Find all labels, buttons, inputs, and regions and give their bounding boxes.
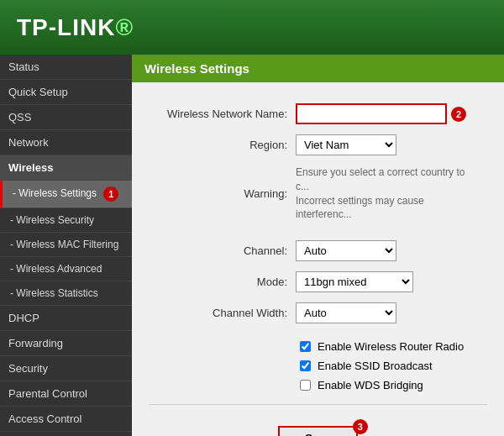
channel-width-label: Channel Width: [149, 307, 296, 319]
sidebar-item-wireless-statistics[interactable]: - Wireless Statistics [0, 281, 132, 306]
separator [149, 404, 487, 405]
sidebar-item-dhcp[interactable]: DHCP [0, 306, 132, 331]
mode-label: Mode: [149, 276, 296, 288]
sidebar-item-advanced-routing[interactable]: Advanced Routing [0, 432, 132, 436]
input-badge: 2 [451, 107, 466, 122]
sidebar-item-quick-setup[interactable]: Quick Setup [0, 80, 132, 105]
sidebar-item-wireless-settings[interactable]: - Wireless Settings 1 [0, 181, 132, 208]
enable-wds-checkbox[interactable] [300, 380, 311, 391]
sidebar-item-network[interactable]: Network [0, 130, 132, 155]
sidebar: Status Quick Setup QSS Network Wireless … [0, 55, 132, 436]
channel-width-row: Channel Width: Auto [149, 302, 487, 323]
sidebar-item-status[interactable]: Status [0, 55, 132, 80]
checkbox-row-2: Enable SSID Broadcast [300, 360, 487, 372]
mode-row: Mode: 11bgn mixed [149, 271, 487, 292]
save-button[interactable]: Save [278, 426, 357, 436]
sidebar-item-forwarding[interactable]: Forwarding [0, 331, 132, 356]
sidebar-item-wireless-mac[interactable]: - Wireless MAC Filtering [0, 233, 132, 257]
channel-width-select[interactable]: Auto [296, 302, 396, 323]
sidebar-item-qss[interactable]: QSS [0, 105, 132, 130]
channel-label: Channel: [149, 244, 296, 257]
warning-row: Warning: Ensure you select a correct cou… [149, 165, 487, 222]
channel-select[interactable]: Auto [296, 240, 396, 261]
logo: TP-LINK® [17, 14, 134, 41]
sidebar-item-wireless-security[interactable]: - Wireless Security [0, 208, 132, 233]
save-area: Save 3 [149, 418, 487, 436]
enable-wds-label: Enable WDS Bridging [318, 379, 423, 391]
main-layout: Status Quick Setup QSS Network Wireless … [0, 55, 504, 436]
region-row: Region: Viet Nam [149, 134, 487, 155]
sidebar-item-wireless-advanced[interactable]: - Wireless Advanced [0, 257, 132, 281]
content-area: Wireless Settings Wireless Network Name:… [132, 55, 504, 436]
region-label: Region: [149, 139, 296, 151]
enable-ssid-label: Enable SSID Broadcast [318, 360, 433, 372]
sidebar-badge: 1 [103, 186, 118, 202]
enable-ssid-checkbox[interactable] [300, 360, 311, 371]
save-badge: 3 [353, 419, 368, 434]
content-title: Wireless Settings [132, 55, 504, 82]
region-select[interactable]: Viet Nam [296, 134, 396, 155]
form-area: Wireless Network Name: 2 Region: Viet Na… [132, 95, 504, 436]
sidebar-item-security[interactable]: Security [0, 356, 132, 381]
warning-text: Ensure you select a correct country to c… [296, 165, 480, 222]
enable-wireless-checkbox[interactable] [300, 341, 311, 352]
sidebar-item-wireless[interactable]: Wireless [0, 155, 132, 181]
warning-label: Warning: [149, 187, 296, 200]
sidebar-item-parental-control[interactable]: Parental Control [0, 381, 132, 407]
sidebar-item-access-control[interactable]: Access Control [0, 407, 132, 432]
header: TP-LINK® [0, 0, 504, 55]
network-name-label: Wireless Network Name: [149, 108, 296, 120]
network-name-row: Wireless Network Name: 2 [149, 103, 487, 124]
checkbox-row-3: Enable WDS Bridging [300, 379, 487, 391]
network-name-input[interactable] [296, 103, 447, 124]
checkbox-row-1: Enable Wireless Router Radio [300, 340, 487, 353]
mode-select[interactable]: 11bgn mixed [296, 271, 413, 292]
enable-wireless-label: Enable Wireless Router Radio [318, 340, 464, 353]
channel-row: Channel: Auto [149, 240, 487, 261]
